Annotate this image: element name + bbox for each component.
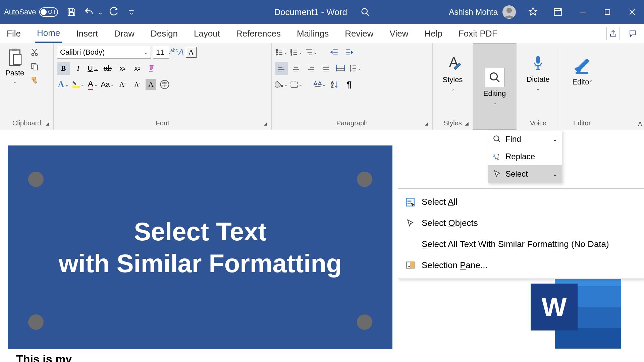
- tab-draw[interactable]: Draw: [112, 25, 137, 42]
- show-hide-button[interactable]: ¶: [343, 78, 356, 91]
- shading-button[interactable]: ⌄: [275, 78, 288, 91]
- ribbon-display-icon[interactable]: [550, 5, 566, 19]
- font-name-value: Calibri (Body): [60, 48, 105, 57]
- underline-button[interactable]: U⌄: [87, 62, 99, 75]
- editor-button[interactable]: Editor: [568, 46, 596, 100]
- selection-handle-icon[interactable]: [28, 172, 44, 187]
- group-editing: Editing ⌄: [473, 43, 517, 130]
- change-case-button[interactable]: Aa⌄: [101, 78, 114, 91]
- user-account[interactable]: Ashish Mohta: [449, 5, 516, 19]
- format-painter-button[interactable]: [28, 74, 41, 87]
- find-menu-item[interactable]: Find ⌄: [488, 130, 562, 148]
- align-center-button[interactable]: [290, 62, 303, 75]
- strikethrough-button[interactable]: ab: [101, 62, 114, 75]
- document-paragraph[interactable]: This is my first paragraph.: [16, 353, 75, 362]
- asian-layout-button[interactable]: ⌄: [313, 78, 326, 91]
- tab-layout[interactable]: Layout: [192, 25, 222, 42]
- justify-button[interactable]: [319, 62, 332, 75]
- customize-qat-button[interactable]: [125, 5, 138, 19]
- borders-button[interactable]: ⌄: [290, 78, 303, 91]
- tab-file[interactable]: File: [5, 25, 23, 42]
- quick-access-toolbar: ⌄: [65, 5, 138, 19]
- distributed-button[interactable]: [334, 62, 347, 75]
- font-color-button[interactable]: A⌄: [87, 78, 99, 91]
- tab-review[interactable]: Review: [343, 25, 375, 42]
- tab-view[interactable]: View: [388, 25, 411, 42]
- tab-design[interactable]: Design: [149, 25, 180, 42]
- select-all-item[interactable]: Select All: [398, 191, 644, 213]
- increase-indent-button[interactable]: [343, 46, 356, 59]
- search-icon[interactable]: [361, 7, 370, 17]
- premium-icon[interactable]: [525, 5, 541, 19]
- document-title: Document1 - Word: [274, 7, 370, 17]
- banner-shape[interactable]: Select Text with Similar Formatting: [8, 145, 392, 349]
- undo-button[interactable]: [82, 5, 96, 19]
- editor-group-label: Editor: [564, 118, 600, 128]
- dictate-button[interactable]: Dictate ⌄: [523, 46, 553, 100]
- select-all-label: Select All: [422, 197, 458, 207]
- select-menu-item[interactable]: Select ⌄: [488, 165, 562, 183]
- clear-formatting-button[interactable]: abc A: [171, 46, 184, 59]
- font-size-combo[interactable]: 11 ⌄: [153, 46, 169, 59]
- cut-button[interactable]: [28, 46, 41, 59]
- undo-dropdown-icon[interactable]: ⌄: [98, 8, 103, 16]
- tab-home[interactable]: Home: [35, 24, 62, 43]
- selection-handle-icon[interactable]: [28, 314, 44, 330]
- select-objects-item[interactable]: Select Objects: [398, 213, 644, 234]
- clipboard-launcher[interactable]: ◢: [46, 121, 49, 126]
- highlight-button[interactable]: ⌄: [72, 78, 85, 91]
- bullets-button[interactable]: ⌄: [275, 46, 288, 59]
- paragraph-launcher[interactable]: ◢: [425, 121, 428, 126]
- replace-icon: ac: [493, 152, 501, 161]
- maximize-button[interactable]: [600, 5, 615, 19]
- enclose-characters-button[interactable]: 字: [158, 78, 171, 91]
- character-shading-button[interactable]: A: [146, 79, 156, 90]
- comments-button[interactable]: [626, 27, 639, 40]
- group-voice: Dictate ⌄ Voice: [517, 43, 560, 130]
- selection-pane-item[interactable]: Selection Pane...: [398, 255, 644, 276]
- tab-mailings[interactable]: Mailings: [295, 25, 331, 42]
- avatar-icon: [502, 5, 516, 19]
- align-right-button[interactable]: [305, 62, 317, 75]
- numbering-button[interactable]: 123⌄: [290, 46, 303, 59]
- grow-font-button[interactable]: Aˆ: [116, 78, 129, 91]
- line-spacing-button[interactable]: ⌄: [349, 62, 362, 75]
- selection-handle-icon[interactable]: [357, 172, 372, 187]
- align-left-button[interactable]: [275, 62, 288, 75]
- autosave-toggle[interactable]: AutoSave Off: [4, 7, 58, 17]
- italic-button[interactable]: I: [72, 62, 85, 75]
- paste-label: Paste: [5, 69, 24, 77]
- tab-insert[interactable]: Insert: [74, 25, 100, 42]
- svg-rect-33: [411, 262, 414, 268]
- tab-help[interactable]: Help: [422, 25, 444, 42]
- select-similar-formatting-item[interactable]: Select All Text With Similar Formatting …: [398, 234, 644, 255]
- editing-button[interactable]: Editing ⌄: [473, 43, 516, 130]
- font-name-combo[interactable]: Calibri (Body) ⌄: [57, 46, 151, 59]
- text-effects-clear-button[interactable]: [146, 62, 158, 75]
- collapse-ribbon-button[interactable]: ᐱ: [638, 120, 642, 128]
- superscript-button[interactable]: x2: [131, 62, 144, 75]
- minimize-button[interactable]: [575, 5, 590, 19]
- save-button[interactable]: [65, 5, 78, 19]
- shrink-font-button[interactable]: Aˇ: [131, 78, 144, 91]
- paste-button[interactable]: Paste ⌄: [3, 46, 26, 86]
- close-button[interactable]: [625, 5, 640, 19]
- sort-button[interactable]: AZ: [328, 78, 341, 91]
- redo-button[interactable]: [107, 5, 121, 19]
- bold-button[interactable]: B: [57, 62, 70, 75]
- copy-button[interactable]: [28, 60, 41, 73]
- replace-menu-item[interactable]: ac Replace: [488, 148, 562, 165]
- selection-handle-icon[interactable]: [357, 314, 372, 330]
- svg-point-28: [494, 136, 499, 141]
- character-border-button[interactable]: A: [186, 47, 197, 58]
- subscript-button[interactable]: x2: [116, 62, 129, 75]
- styles-button[interactable]: A Styles ⌄: [438, 46, 467, 100]
- tab-references[interactable]: References: [234, 25, 283, 42]
- decrease-indent-button[interactable]: [328, 46, 341, 59]
- share-button[interactable]: [606, 27, 620, 40]
- multilevel-list-button[interactable]: ⌄: [305, 46, 317, 59]
- font-launcher[interactable]: ◢: [264, 121, 267, 126]
- tab-foxit[interactable]: Foxit PDF: [457, 25, 499, 42]
- text-effects-button[interactable]: A⌄: [57, 78, 70, 91]
- styles-launcher[interactable]: ◢: [465, 121, 469, 126]
